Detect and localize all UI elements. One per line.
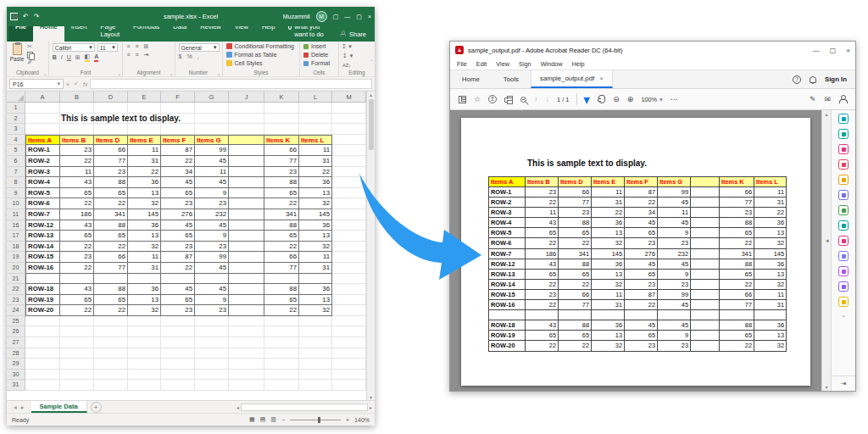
grid-cell[interactable] (94, 348, 128, 359)
page-indicator[interactable]: 1 / 1 (557, 96, 569, 103)
autosum-icon[interactable]: Σ (342, 43, 346, 50)
row-header-24[interactable]: 24 (7, 305, 25, 316)
row-header-22[interactable]: 22 (7, 284, 25, 295)
grid-cell[interactable]: 65 (161, 188, 195, 199)
row-header-9[interactable]: 9 (7, 188, 25, 199)
grid-cell[interactable]: ROW-12 (25, 220, 60, 231)
grid-cell[interactable]: 36 (128, 177, 161, 188)
row-header-27[interactable]: 27 (7, 337, 25, 348)
minimize-button[interactable]: — (813, 47, 820, 54)
zoom-slider-thumb[interactable] (318, 417, 320, 423)
normal-view-icon[interactable]: ▦ (249, 416, 255, 423)
star-icon[interactable]: ☆ (474, 95, 481, 103)
grid-cell[interactable] (229, 305, 264, 316)
grid-cell[interactable]: 65 (264, 295, 299, 306)
row-header-6[interactable]: 6 (7, 156, 25, 167)
wrap-text-icon[interactable]: ⊞ (144, 43, 149, 50)
envelope-icon[interactable]: ✉ (824, 95, 831, 103)
grid-cell[interactable] (229, 209, 264, 220)
grid-cell[interactable] (332, 145, 366, 156)
grid-cell[interactable] (332, 359, 366, 370)
grid-cell[interactable] (60, 370, 94, 381)
conditional-formatting-button[interactable]: Conditional Formatting (235, 43, 294, 49)
grid-cell[interactable]: 11 (128, 145, 161, 156)
scroll-down-icon[interactable]: ▾ (370, 394, 372, 400)
zoom-level-select[interactable]: 100% ▾ (641, 96, 662, 103)
grid-cell[interactable] (94, 316, 128, 327)
grid-cell[interactable] (128, 124, 161, 135)
grid-cell[interactable]: 22 (94, 242, 128, 253)
grid-cell[interactable] (161, 316, 195, 327)
signature-pen-icon[interactable]: ✎ (810, 95, 816, 103)
grid-cell[interactable] (60, 348, 94, 359)
grid-cell[interactable] (161, 359, 195, 370)
zoom-in-icon[interactable]: ⊕ (627, 95, 634, 103)
grid-cell[interactable]: 22 (264, 305, 299, 316)
grid-cell[interactable]: 45 (195, 263, 229, 274)
grid-cell[interactable] (332, 337, 366, 348)
grid-cell[interactable] (229, 326, 264, 337)
grid-cell[interactable]: 22 (161, 263, 195, 274)
grid-cell[interactable] (229, 316, 264, 327)
font-color-icon[interactable]: A (94, 53, 98, 62)
column-header-J[interactable]: J (229, 92, 264, 102)
grid-cell[interactable]: 65 (264, 231, 299, 242)
grid-cell[interactable] (128, 348, 161, 359)
grid-cell[interactable] (264, 370, 299, 381)
fill-icon[interactable]: ↧ (342, 53, 348, 59)
grid-cell[interactable] (332, 284, 366, 295)
grid-cell[interactable] (332, 295, 366, 306)
sort-filter-icon[interactable]: AZ↓ (342, 62, 351, 69)
grid-cell[interactable]: ROW-16 (25, 263, 60, 274)
row-header-28[interactable]: 28 (7, 348, 25, 359)
grid-cell[interactable]: 45 (195, 284, 229, 295)
compress-pdf-tool[interactable] (838, 220, 849, 231)
column-header-M[interactable]: M (332, 92, 366, 102)
grid-cell[interactable] (332, 114, 366, 125)
minimize-button[interactable]: — (344, 14, 350, 19)
undo-icon[interactable]: ↶ (23, 13, 29, 20)
pdf-scrollbar[interactable]: ▴ ▾ (821, 110, 831, 391)
grid-cell[interactable] (299, 380, 332, 391)
merge-center-icon[interactable]: ⇥ (144, 52, 149, 58)
clipboard-dialog-launcher[interactable]: ⌄ (43, 70, 47, 76)
row-header-11[interactable]: 11 (7, 209, 25, 220)
column-header-B[interactable]: B (60, 92, 94, 102)
column-header-E[interactable]: E (128, 92, 161, 102)
grid-cell[interactable]: 87 (161, 252, 195, 263)
grid-cell[interactable] (229, 348, 264, 359)
grid-cell[interactable] (299, 348, 332, 359)
grid-cell[interactable] (264, 124, 299, 135)
grid-cell[interactable]: 23 (195, 242, 229, 253)
align-middle-icon[interactable]: ≡ (135, 43, 138, 50)
copy-icon[interactable] (27, 52, 33, 58)
grid-cell[interactable] (229, 188, 264, 199)
prev-sheet-icon[interactable]: ◂ (14, 403, 17, 411)
grid-cell[interactable]: 341 (264, 209, 299, 220)
scroll-up-icon[interactable]: ▴ (825, 111, 827, 117)
grid-cell[interactable]: Items F (161, 135, 195, 146)
grid-cell[interactable] (128, 337, 161, 348)
select-all-corner[interactable] (7, 92, 25, 102)
grid-cell[interactable] (25, 274, 60, 285)
grid-cell[interactable] (264, 326, 299, 337)
grid-cell[interactable] (25, 114, 60, 125)
row-header-5[interactable]: 5 (7, 145, 25, 156)
grid-cell[interactable] (229, 220, 264, 231)
zoom-slider[interactable] (290, 420, 341, 420)
menu-help[interactable]: Help (572, 60, 585, 68)
format-cells-button[interactable]: Format (311, 60, 330, 66)
grid-cell[interactable]: 22 (94, 305, 128, 316)
number-dialog-launcher[interactable]: ⌄ (216, 70, 220, 76)
grid-cell[interactable] (229, 135, 264, 146)
grid-cell[interactable] (264, 359, 299, 370)
grid-cell[interactable] (94, 370, 128, 381)
grid-cell[interactable]: 65 (60, 188, 94, 199)
row-header-30[interactable]: 30 (7, 370, 25, 381)
grid-cell[interactable]: 23 (94, 167, 128, 178)
grid-cell[interactable]: 13 (299, 295, 332, 306)
grid-cell[interactable] (264, 274, 299, 285)
more-tools-chevron-icon[interactable]: ⌄ (841, 312, 846, 319)
ribbon-display-options-icon[interactable]: ▢ (333, 14, 339, 20)
grid-cell[interactable]: ROW-2 (25, 156, 60, 167)
